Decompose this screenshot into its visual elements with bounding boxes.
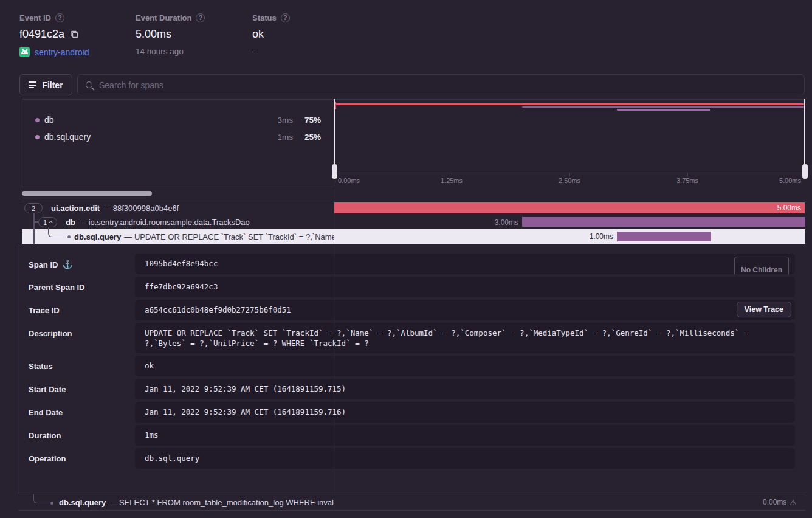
status-value: ok bbox=[252, 28, 264, 41]
event-duration-ago: 14 hours ago bbox=[136, 47, 184, 56]
tree-leaf-dot bbox=[67, 235, 71, 238]
op-name: db bbox=[44, 115, 260, 125]
detail-value: ffe7dbc92a6942c3 bbox=[135, 277, 795, 297]
help-icon[interactable]: ? bbox=[55, 13, 64, 22]
op-percent: 75% bbox=[293, 116, 321, 125]
trace-minimap[interactable] bbox=[334, 99, 805, 173]
axis-tickmark bbox=[569, 173, 570, 176]
minimap-right-drag-handle[interactable] bbox=[804, 99, 805, 178]
span-description: — 88f300998a0b4e6f bbox=[103, 204, 179, 213]
minimap-span-db bbox=[522, 106, 804, 108]
anchor-icon[interactable]: ⚓ bbox=[62, 260, 72, 269]
status-label: Status bbox=[252, 13, 277, 22]
span-row-db[interactable]: 1 db — io.sentry.android.roomsample.data… bbox=[22, 215, 805, 229]
axis-tick-label: 5.00ms bbox=[779, 177, 801, 184]
span-search-box[interactable] bbox=[77, 74, 805, 95]
search-input[interactable] bbox=[99, 80, 796, 90]
op-breakdown-row-db[interactable]: db 3ms 75% bbox=[22, 113, 334, 126]
minimap-left-drag-handle[interactable] bbox=[334, 99, 335, 178]
tree-guide-line bbox=[19, 244, 19, 494]
minimap-span-db-sql-query bbox=[617, 109, 710, 111]
view-trace-button[interactable]: View Trace bbox=[737, 302, 791, 317]
filter-icon bbox=[29, 81, 36, 88]
minimap-span-start-tick bbox=[335, 102, 336, 109]
span-duration-bar[interactable] bbox=[522, 217, 805, 227]
trace-waterfall: db 3ms 75% db.sql.query 1ms 25% bbox=[22, 99, 805, 511]
span-row-db-sql-query-selected[interactable]: db.sql.query — UPDATE OR REPLACE `Track`… bbox=[22, 229, 805, 244]
detail-label: Operation bbox=[29, 454, 66, 463]
span-row-db-sql-query-select[interactable]: db.sql.query — SELECT * FROM room_table_… bbox=[19, 494, 805, 511]
tree-elbow-connector bbox=[48, 227, 67, 237]
axis-tickmark bbox=[687, 173, 688, 176]
help-icon[interactable]: ? bbox=[196, 13, 205, 22]
detail-label: Parent Span ID bbox=[29, 283, 84, 292]
op-color-dot bbox=[35, 135, 40, 139]
detail-value: Jan 11, 2022 9:52:39 AM CET (1641891159.… bbox=[135, 402, 795, 423]
span-op: db bbox=[66, 218, 75, 227]
detail-value: UPDATE OR REPLACE `Track` SET `TrackId` … bbox=[135, 323, 795, 353]
span-group-count-pill[interactable]: 2 bbox=[24, 203, 43, 213]
span-group-count-pill[interactable]: 1 bbox=[38, 217, 57, 227]
op-breakdown-row-db-sql-query[interactable]: db.sql.query 1ms 25% bbox=[22, 130, 334, 143]
span-detail-view: Event ID ? f0491c2a sentry-android Event… bbox=[0, 0, 812, 518]
warning-icon: ⚠ bbox=[790, 498, 797, 507]
status-sub: – bbox=[252, 47, 257, 56]
detail-label: Description bbox=[29, 329, 72, 338]
event-id-column: Event ID ? f0491c2a sentry-android bbox=[19, 13, 89, 57]
op-percent: 25% bbox=[293, 133, 321, 142]
detail-value: 1ms bbox=[135, 425, 795, 446]
event-id-label-row: Event ID ? bbox=[19, 13, 89, 22]
span-description: — SELECT * FROM room_table_modification_… bbox=[109, 498, 334, 507]
tree-leaf-dot bbox=[50, 502, 53, 505]
project-avatar-android-icon bbox=[19, 47, 30, 57]
event-id-label: Event ID bbox=[19, 13, 51, 22]
span-details-panel: Span ID ⚓ 1095bd4ef8e94bcc No Children P… bbox=[22, 244, 805, 494]
op-duration: 3ms bbox=[260, 116, 293, 125]
span-duration-label: 0.00ms bbox=[763, 498, 786, 506]
project-link[interactable]: sentry-android bbox=[35, 47, 89, 57]
tree-guide-line bbox=[33, 213, 35, 244]
detail-value: Jan 11, 2022 9:52:39 AM CET (1641891159.… bbox=[135, 379, 795, 399]
span-description: — UPDATE OR REPLACE `Track` SET `TrackId… bbox=[124, 232, 334, 241]
span-op: db.sql.query bbox=[74, 232, 121, 241]
chevron-up-icon bbox=[49, 221, 53, 225]
copy-icon[interactable] bbox=[70, 30, 79, 39]
time-axis: 0.00ms 1.25ms 2.50ms 3.75ms 5.00ms bbox=[334, 173, 805, 187]
tree-elbow-connector bbox=[33, 494, 50, 503]
minimap-span-ui-action-edit bbox=[335, 103, 804, 105]
filter-button[interactable]: Filter bbox=[19, 74, 72, 95]
detail-value: ok bbox=[135, 356, 795, 376]
no-children-badge: No Children bbox=[734, 257, 789, 274]
span-duration-bar[interactable]: 5.00ms bbox=[334, 202, 805, 213]
axis-tick-label: 2.50ms bbox=[559, 177, 580, 184]
span-duration-label: 5.00ms bbox=[777, 204, 801, 212]
axis-tick-label: 3.75ms bbox=[676, 177, 698, 184]
op-color-dot bbox=[35, 118, 40, 122]
detail-label: Trace ID bbox=[29, 306, 60, 315]
detail-label: Status bbox=[29, 362, 53, 371]
axis-tickmark bbox=[452, 173, 452, 176]
help-icon[interactable]: ? bbox=[281, 13, 290, 22]
status-column: Status ? ok – bbox=[252, 13, 290, 56]
detail-label: End Date bbox=[29, 408, 63, 417]
op-name: db.sql.query bbox=[44, 132, 260, 142]
filter-button-label: Filter bbox=[42, 80, 63, 90]
detail-label: Span ID bbox=[29, 260, 58, 269]
search-icon bbox=[86, 81, 92, 88]
span-duration-label: 1.00ms bbox=[334, 229, 613, 244]
horizontal-scrollbar-thumb[interactable] bbox=[22, 191, 152, 196]
span-row-ui-action-edit[interactable]: 2 ui.action.edit — 88f300998a0b4e6f 5.00… bbox=[22, 201, 805, 215]
op-duration: 1ms bbox=[260, 133, 293, 142]
op-breakdown-panel: db 3ms 75% db.sql.query 1ms 25% bbox=[22, 99, 334, 187]
detail-label: Duration bbox=[29, 431, 61, 440]
span-description: — io.sentry.android.roomsample.data.Trac… bbox=[78, 218, 250, 227]
event-duration-column: Event Duration ? 5.00ms 14 hours ago bbox=[136, 13, 205, 56]
event-id-value: f0491c2a bbox=[19, 28, 64, 41]
axis-tick-label: 0.00ms bbox=[338, 177, 360, 184]
span-duration-label: 3.00ms bbox=[334, 215, 518, 229]
span-duration-bar[interactable] bbox=[617, 232, 711, 241]
event-duration-label: Event Duration bbox=[136, 13, 191, 22]
detail-value: a654cc61dc0b48ef9d0b27275b6f0d51 View Tr… bbox=[135, 300, 795, 320]
detail-value: db.sql.query bbox=[135, 448, 795, 469]
detail-value: 1095bd4ef8e94bcc No Children bbox=[135, 254, 795, 274]
